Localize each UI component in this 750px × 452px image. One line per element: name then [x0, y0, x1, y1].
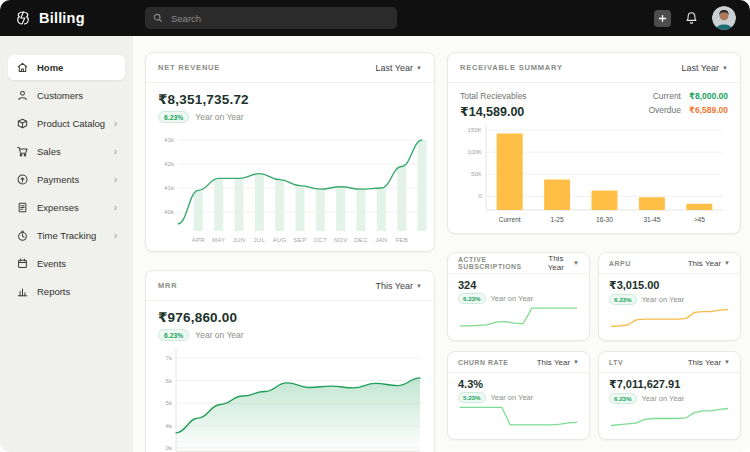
- churn-rate-sparkline: [458, 404, 579, 428]
- overdue-label: Overdue: [648, 105, 681, 115]
- sidebar: Home Customers Product Catalog› Sales› P…: [0, 36, 133, 452]
- sidebar-item-sales[interactable]: Sales›: [8, 139, 125, 164]
- yoy-badge: 6.23%: [609, 393, 637, 404]
- arpu-card: ARPU This Year ▼ ₹3,015.00 6.23% Year on…: [598, 252, 741, 341]
- period-value: This Year: [688, 358, 721, 367]
- current-value: ₹8,000.00: [689, 91, 728, 101]
- brand: Billing: [14, 10, 85, 27]
- svg-text:JUL: JUL: [254, 237, 266, 243]
- card-title: CHURN RATE: [458, 359, 508, 366]
- svg-text:SEP: SEP: [294, 237, 307, 243]
- period-value: Last Year: [682, 63, 720, 73]
- kpi-grid: ACTIVE SUBSCRIPTIONS This Year ▼ 324 6.2…: [447, 252, 741, 452]
- sidebar-item-label: Sales: [37, 146, 61, 157]
- active-subscriptions-value: 324: [458, 279, 579, 291]
- payments-icon: [16, 173, 29, 186]
- yoy-badge: 6.23%: [158, 111, 189, 123]
- period-value: This Year: [542, 254, 570, 272]
- sidebar-item-home[interactable]: Home: [8, 55, 125, 80]
- svg-text:0k: 0k: [165, 444, 172, 451]
- sidebar-item-reports[interactable]: Reports: [8, 279, 125, 304]
- card-title: MRR: [158, 281, 177, 290]
- yoy-caption: Year on Year: [642, 295, 685, 304]
- svg-text:42k: 42k: [164, 160, 175, 167]
- period-select[interactable]: Last Year ▼: [682, 63, 729, 73]
- svg-text:5k: 5k: [165, 399, 172, 406]
- net-revenue-value: ₹8,351,735.72: [158, 91, 422, 107]
- add-button[interactable]: [654, 10, 671, 27]
- chevron-down-icon: ▼: [724, 260, 730, 266]
- card-title: ARPU: [609, 260, 631, 267]
- receivable-chart: 150K100K50K0Current1-2516-3031-45>45: [454, 121, 729, 225]
- topbar-actions: [654, 6, 736, 30]
- svg-text:JAN: JAN: [375, 237, 387, 243]
- svg-text:FEB: FEB: [395, 237, 408, 243]
- period-select[interactable]: This Year ▼: [688, 259, 730, 268]
- svg-text:APR: APR: [192, 237, 206, 243]
- svg-text:>45: >45: [694, 216, 706, 223]
- yoy-caption: Year on Year: [642, 394, 685, 403]
- yoy-badge: 6.23%: [609, 294, 637, 305]
- customers-icon: [16, 89, 29, 102]
- mrr-value: ₹976,860.00: [158, 309, 422, 325]
- svg-text:31-45: 31-45: [643, 216, 660, 223]
- sidebar-item-time-tracking[interactable]: Time Tracking›: [8, 223, 125, 248]
- svg-text:1-25: 1-25: [550, 216, 564, 223]
- yoy-caption: Year on Year: [491, 393, 534, 402]
- period-select[interactable]: This Year ▼: [542, 254, 579, 272]
- search-icon: [153, 13, 163, 23]
- sidebar-item-label: Events: [37, 258, 66, 269]
- churn-rate-value: 4.3%: [458, 378, 579, 390]
- svg-text:NOV: NOV: [334, 237, 348, 243]
- notifications-bell-icon[interactable]: [685, 11, 698, 25]
- svg-text:4k: 4k: [165, 422, 172, 429]
- sidebar-item-label: Home: [37, 62, 63, 73]
- sidebar-item-payments[interactable]: Payments›: [8, 167, 125, 192]
- sidebar-item-customers[interactable]: Customers: [8, 83, 125, 108]
- svg-text:Current: Current: [499, 216, 521, 223]
- arpu-value: ₹3,015.00: [609, 279, 730, 292]
- total-receivables: Total Recievables ₹14,589.00: [460, 91, 527, 119]
- search-box[interactable]: [145, 7, 397, 29]
- chevron-right-icon: ›: [114, 203, 117, 213]
- svg-text:JUN: JUN: [233, 237, 246, 243]
- chevron-down-icon: ▼: [416, 283, 422, 289]
- app-logo-icon: [14, 10, 32, 27]
- mrr-chart: 7k6k5k4k0kAPRMAYJUNJULAUGSEPOCTNOVDECJAN…: [152, 345, 428, 452]
- sidebar-item-product-catalog[interactable]: Product Catalog›: [8, 111, 125, 136]
- ltv-sparkline: [609, 405, 730, 429]
- search-input[interactable]: [169, 12, 389, 25]
- ltv-card: LTV This Year ▼ ₹7,011,627.91 6.23% Year…: [598, 351, 741, 440]
- svg-text:OCT: OCT: [314, 237, 328, 243]
- period-select[interactable]: Last Year ▼: [376, 63, 423, 73]
- churn-rate-card: CHURN RATE This Year ▼ 4.3% 5.23% Year o…: [447, 351, 590, 440]
- chevron-down-icon: ▼: [416, 65, 422, 71]
- card-title: ACTIVE SUBSCRIPTIONS: [458, 256, 542, 270]
- chevron-down-icon: ▼: [722, 65, 728, 71]
- svg-text:7k: 7k: [165, 354, 172, 361]
- svg-text:16-30: 16-30: [596, 216, 613, 223]
- period-select[interactable]: This Year ▼: [376, 281, 422, 291]
- sidebar-item-expenses[interactable]: Expenses›: [8, 195, 125, 220]
- events-icon: [16, 257, 29, 270]
- yoy-caption: Year on Year: [491, 294, 534, 303]
- user-avatar[interactable]: [712, 6, 736, 30]
- yoy-caption: Year on Year: [195, 330, 243, 340]
- receivable-breakdown: Current ₹8,000.00 Overdue ₹6,589.00: [648, 91, 728, 119]
- total-receivables-value: ₹14,589.00: [460, 104, 527, 119]
- main-content: NET REVENUE Last Year ▼ ₹8,351,735.72 6.…: [133, 36, 750, 452]
- period-value: Last Year: [376, 63, 414, 73]
- svg-text:AUG: AUG: [273, 237, 287, 243]
- period-select[interactable]: This Year ▼: [537, 358, 579, 367]
- period-select[interactable]: This Year ▼: [688, 358, 730, 367]
- topbar: Billing: [0, 0, 750, 36]
- yoy-badge: 6.23%: [158, 329, 189, 341]
- sidebar-item-events[interactable]: Events: [8, 251, 125, 276]
- sidebar-item-label: Product Catalog: [37, 118, 105, 129]
- card-title: LTV: [609, 359, 623, 366]
- chevron-right-icon: ›: [114, 175, 117, 185]
- expenses-icon: [16, 201, 29, 214]
- reports-icon: [16, 285, 29, 298]
- sidebar-item-label: Customers: [37, 90, 83, 101]
- chevron-down-icon: ▼: [724, 359, 730, 365]
